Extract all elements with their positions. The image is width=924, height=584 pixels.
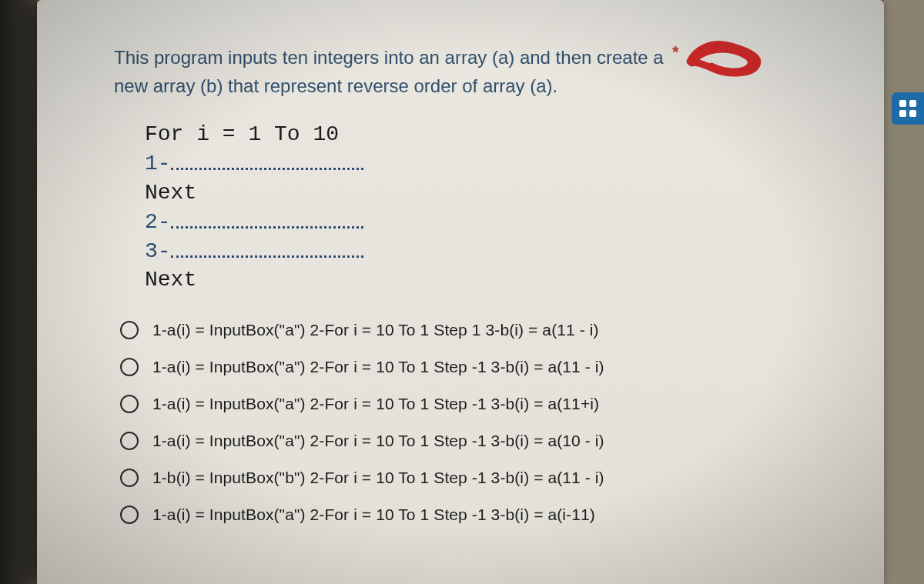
radio-icon <box>120 358 139 376</box>
grid-icon <box>899 100 916 117</box>
question-text: This program inputs ten integers into an… <box>114 43 691 100</box>
code-blank-3: 3- <box>145 237 815 266</box>
option-2[interactable]: 1-a(i) = InputBox("a") 2-For i = 10 To 1… <box>117 349 815 385</box>
option-label: 1-a(i) = InputBox("a") 2-For i = 10 To 1… <box>152 432 604 450</box>
option-4[interactable]: 1-a(i) = InputBox("a") 2-For i = 10 To 1… <box>117 422 815 459</box>
code-block: For i = 1 To 10 1- Next 2- 3- Next <box>145 120 815 295</box>
code-blank-1: 1- <box>145 149 815 179</box>
required-asterisk: * <box>672 42 679 62</box>
option-label: 1-a(i) = InputBox("a") 2-For i = 10 To 1… <box>152 358 604 376</box>
radio-icon <box>120 321 139 339</box>
options-group: 1-a(i) = InputBox("a") 2-For i = 10 To 1… <box>117 312 815 533</box>
handwritten-scribble-icon <box>684 31 768 83</box>
radio-icon <box>120 506 139 524</box>
option-6[interactable]: 1-a(i) = InputBox("a") 2-For i = 10 To 1… <box>117 496 815 533</box>
code-blank-2: 2- <box>145 208 815 237</box>
code-line-next-2: Next <box>145 265 815 295</box>
option-label: 1-b(i) = InputBox("b") 2-For i = 10 To 1… <box>152 469 604 487</box>
radio-icon <box>120 395 139 413</box>
option-label: 1-a(i) = InputBox("a") 2-For i = 10 To 1… <box>152 395 599 413</box>
option-3[interactable]: 1-a(i) = InputBox("a") 2-For i = 10 To 1… <box>117 385 815 422</box>
code-line-for: For i = 1 To 10 <box>145 120 815 149</box>
option-1[interactable]: 1-a(i) = InputBox("a") 2-For i = 10 To 1… <box>117 312 815 349</box>
radio-icon <box>120 469 139 487</box>
option-5[interactable]: 1-b(i) = InputBox("b") 2-For i = 10 To 1… <box>117 459 815 496</box>
option-label: 1-a(i) = InputBox("a") 2-For i = 10 To 1… <box>152 321 599 339</box>
book-spine <box>0 0 37 584</box>
code-line-next-1: Next <box>145 179 815 208</box>
option-label: 1-a(i) = InputBox("a") 2-For i = 10 To 1… <box>152 506 595 524</box>
radio-icon <box>120 432 139 450</box>
grid-view-button[interactable] <box>892 92 924 125</box>
question-page: This program inputs ten integers into an… <box>37 0 884 584</box>
